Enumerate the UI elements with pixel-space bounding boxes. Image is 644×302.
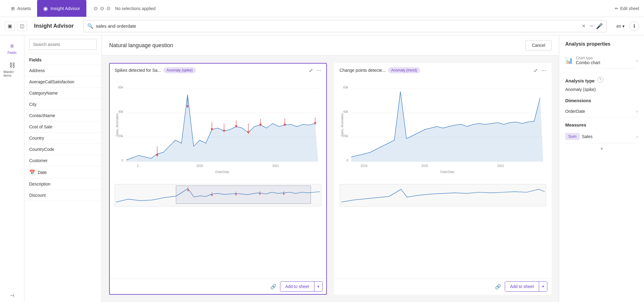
scroll-down-icon: ▾ (601, 146, 603, 151)
measures-section-title: Measures (565, 122, 638, 127)
edit-sheet-button[interactable]: ✏ Edit sheet (615, 6, 639, 11)
field-item-date[interactable]: 📅Date (24, 166, 102, 179)
field-item-averagecallsatisfaction[interactable]: AverageCallSatisfaction (24, 76, 102, 88)
chart-footer-1: 🔗 Add to sheet ▾ (335, 279, 551, 294)
field-item-city[interactable]: City (24, 99, 102, 110)
chart-card-0[interactable]: Spikes detected for Sa... Anomaly (spike… (109, 63, 327, 295)
field-item-countrycode[interactable]: CountryCode (24, 144, 102, 155)
expand-icon-0[interactable]: ⤢ (309, 68, 313, 73)
search-assets-input[interactable] (29, 39, 97, 50)
cancel-button[interactable]: Cancel (525, 40, 552, 50)
add-to-sheet-dropdown-1[interactable]: ▾ (539, 282, 547, 291)
assets-tab-label: Assets (17, 6, 31, 11)
sidebar-inner: ≡ Fields ⛓ Master items ⊣ Fields (0, 35, 102, 302)
chart-card-0-title: Spikes detected for Sa... (115, 68, 161, 73)
search-mic-button[interactable]: 🎤 (596, 23, 603, 30)
add-to-sheet-main-0[interactable]: Add to sheet (280, 282, 314, 291)
field-label-6: Country (29, 136, 44, 141)
svg-text:2019: 2019 (360, 164, 367, 168)
search-clear-button[interactable]: ✕ (582, 23, 586, 29)
chart-card-0-header: Spikes detected for Sa... Anomaly (spike… (110, 64, 326, 77)
top-right-actions: ✏ Edit sheet (615, 6, 639, 11)
field-item-discount[interactable]: Discount (24, 190, 102, 201)
search-input[interactable] (96, 23, 579, 29)
chart-card-0-title-area: Spikes detected for Sa... Anomaly (spike… (115, 67, 196, 73)
chart-body-1: 60k 40k 20k 0 Sales, Anomalies (335, 77, 551, 279)
field-label-1: AverageCallSatisfaction (29, 79, 74, 84)
field-item-address[interactable]: Address (24, 65, 102, 76)
assets-tab[interactable]: ⊞ Assets (5, 0, 37, 17)
search-submit-button[interactable]: → (588, 23, 594, 29)
language-selector[interactable]: en ▾ (616, 24, 625, 29)
lang-chevron-icon: ▾ (622, 24, 625, 29)
search-icon: 🔍 (87, 23, 93, 29)
insight-advisor-tab-label: Insight Advisor (50, 6, 80, 11)
add-to-sheet-button-1[interactable]: Add to sheet ▾ (505, 281, 547, 292)
selection-icon3: ⊙ (106, 5, 110, 11)
analysis-type-help-button[interactable]: ? (597, 77, 603, 83)
center-content: Natural language question Cancel Spikes … (102, 35, 559, 302)
fields-list: AddressAverageCallSatisfactionCategoryNa… (24, 65, 102, 302)
field-label-3: City (29, 102, 36, 107)
link-icon-0[interactable]: 🔗 (270, 284, 276, 290)
link-icon-1[interactable]: 🔗 (495, 284, 501, 290)
mini-chart-svg-1 (341, 186, 545, 204)
insight-advisor-tab[interactable]: ◉ Insight Advisor (37, 0, 86, 17)
analysis-type-section: Analysis type ? (565, 73, 638, 86)
add-to-sheet-main-1[interactable]: Add to sheet (505, 282, 539, 291)
dimension-chevron-icon: › (636, 109, 638, 114)
field-label-9: Date (38, 170, 47, 175)
chart-svg-1: 60k 40k 20k 0 Sales, Anomalies (340, 79, 546, 183)
svg-text:60k: 60k (343, 86, 348, 89)
panel-toggle-left[interactable]: ▣ (5, 21, 15, 31)
more-options-icon-1[interactable]: ⋯ (541, 68, 546, 73)
fields-icon-label: Fields (8, 51, 16, 54)
sidebar-item-master-items[interactable]: ⛓ Master items (1, 59, 23, 80)
field-item-description[interactable]: Description (24, 179, 102, 190)
dimension-item-orderdate[interactable]: OrderDate › (565, 106, 638, 117)
field-item-categoryname[interactable]: CategoryName (24, 88, 102, 99)
chart-card-1-title-area: Change points detecte... Anomaly (trend) (340, 67, 420, 73)
chart-type-value: Combo chart (576, 60, 633, 65)
chart-footer-0: 🔗 Add to sheet ▾ (110, 279, 326, 294)
expand-icon-1[interactable]: ⤢ (534, 68, 538, 73)
add-to-sheet-button-0[interactable]: Add to sheet ▾ (280, 281, 323, 292)
panel-toggles: ▣ ◫ (5, 21, 27, 31)
field-item-customer[interactable]: Customer (24, 155, 102, 166)
chart-type-label: Chart type (576, 56, 633, 60)
lang-label: en (616, 24, 621, 29)
svg-text:2020: 2020 (421, 164, 428, 168)
field-item-country[interactable]: Country (24, 133, 102, 144)
field-item-cost-of-sale[interactable]: Cost of Sale (24, 121, 102, 133)
chart-type-row[interactable]: 📊 Chart type Combo chart › (565, 53, 638, 68)
info-button[interactable]: ℹ (629, 21, 639, 31)
add-to-sheet-dropdown-0[interactable]: ▾ (314, 282, 322, 291)
insight-advisor-header-title: Insight Advisor (34, 23, 74, 29)
right-panel-title: Analysis properties (565, 41, 638, 47)
chart-type-chevron-icon: › (636, 58, 638, 63)
search-bar: 🔍 ✕ → 🎤 (83, 20, 607, 32)
panel-toggle-right[interactable]: ◫ (17, 21, 27, 31)
chart-type-content: Chart type Combo chart (576, 56, 633, 65)
more-options-icon-0[interactable]: ⋯ (317, 68, 321, 73)
chart-card-1-actions: ⤢ ⋯ (534, 68, 546, 73)
svg-text:2021: 2021 (272, 164, 279, 168)
nlq-title: Natural language question (109, 42, 173, 49)
analysis-type-label: Analysis type (565, 78, 595, 83)
right-panel-scroll-down[interactable]: ▾ (565, 143, 638, 154)
measures-row[interactable]: Sum Sales › (565, 130, 638, 143)
chart-card-0-badge: Anomaly (spike) (164, 67, 196, 73)
sidebar-item-fields[interactable]: ≡ Fields (1, 40, 23, 57)
second-header: ▣ ◫ Insight Advisor 🔍 ✕ → 🎤 en ▾ ℹ (0, 17, 644, 35)
info-icon: ℹ (633, 23, 635, 29)
master-items-label: Master items (4, 70, 21, 77)
chart-card-1[interactable]: Change points detecte... Anomaly (trend)… (334, 63, 552, 295)
insight-advisor-icon: ◉ (43, 5, 48, 12)
master-items-icon: ⛓ (9, 62, 15, 69)
collapse-icon: ⊣ (10, 293, 14, 298)
sidebar-collapse-button[interactable]: ⊣ (6, 289, 18, 302)
field-item-contactname[interactable]: ContactName (24, 110, 102, 121)
no-selections-label: No selections applied (115, 6, 156, 11)
chart-card-1-header: Change points detecte... Anomaly (trend)… (335, 64, 551, 77)
nlq-bar: Natural language question Cancel (102, 35, 559, 56)
